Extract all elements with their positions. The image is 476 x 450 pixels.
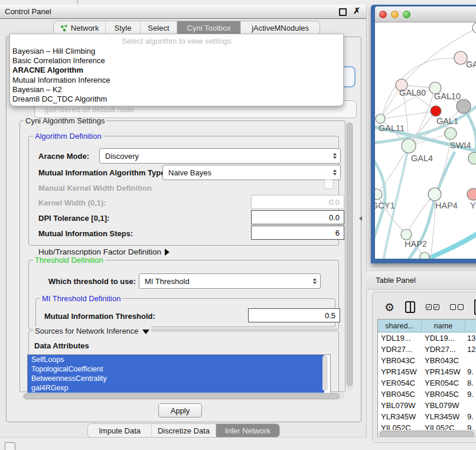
collapsed-arrow-icon [165, 249, 169, 256]
unchecked-pair-icon[interactable] [450, 304, 464, 310]
tab-cyni-toolbox[interactable]: Cyni Toolbox [177, 21, 241, 35]
control-panel-window: Control Panel ✗ NetworkStyleSelectCyni T… [0, 5, 367, 438]
table-row[interactable]: YDR27...YDR27...12 [378, 344, 476, 355]
data-attribute-item-gal4rgexp[interactable]: gal4RGexp [28, 383, 324, 393]
attributes-scrollbar[interactable] [322, 356, 328, 391]
mi-threshold-definition-title: MI Threshold Definition [40, 294, 122, 303]
network-node-gray-node[interactable] [457, 99, 471, 113]
aracne-mode-select[interactable]: Discovery [99, 148, 341, 164]
table-rows: YDL19...YDL19...13YDR27...YDR27...12YBR0… [378, 332, 476, 433]
dpi-tolerance-field[interactable]: 0.0 [251, 210, 344, 224]
table-row[interactable]: YPR145WYPR145W9. [378, 366, 476, 377]
table-cell: 9. [465, 411, 476, 422]
algorithm-option-aracne-algorithm[interactable]: ARACNE Algorithm [10, 66, 343, 75]
mi-steps-label: Mutual Information Steps: [38, 229, 133, 238]
settings-vertical-scrollbar[interactable] [346, 122, 353, 391]
checked-pair-icon[interactable]: ✓ ✓ [426, 304, 439, 310]
table-row[interactable]: YBR043CYBR043C [378, 355, 476, 366]
table-cell: YBR043C [422, 355, 465, 366]
bottom-tab-impute-data[interactable]: Impute Data [88, 424, 152, 437]
network-node-swi4[interactable] [445, 128, 457, 139]
network-node-gal-right[interactable] [454, 51, 467, 64]
close-traffic-light-icon[interactable] [379, 11, 387, 18]
which-threshold-select[interactable]: MI Threshold [139, 273, 321, 289]
data-attribute-item-betweennesscentrality[interactable]: BetweennessCentrality [28, 374, 324, 383]
columns-icon[interactable] [405, 301, 415, 313]
column-header-2[interactable] [465, 319, 476, 332]
aracne-mode-value: Discovery [105, 152, 139, 161]
table-cell [465, 400, 476, 411]
gear-icon[interactable]: ⚙ [384, 302, 395, 313]
minimize-traffic-light-icon[interactable] [391, 11, 399, 18]
zoom-traffic-light-icon[interactable] [403, 11, 410, 18]
table-row[interactable]: YBR045CYBR045C9. [378, 389, 476, 400]
algorithm-option-basic-correlation-inference[interactable]: Basic Correlation Inference [10, 56, 343, 66]
table-cell: 9. [465, 389, 476, 400]
table-horizontal-scrollbar[interactable] [379, 430, 476, 437]
network-node-gcy1[interactable] [375, 189, 382, 200]
network-canvas[interactable]: GALGAL80GAL10GAL1SWI4GAL11GAL4GCY1HAP4YH… [375, 22, 476, 259]
network-node-gal4[interactable] [402, 139, 416, 153]
bottom-tab-infer-network[interactable]: Infer Network [216, 424, 279, 437]
table-row[interactable]: YBL079WYBL079W [378, 400, 476, 411]
spinner-arrows-icon [333, 169, 337, 175]
algorithm-option-bayesian-hill-climbing[interactable]: Bayesian – Hill Climbing [10, 47, 343, 56]
data-attribute-item-topologicalcoefficient[interactable]: TopologicalCoefficient [28, 364, 324, 374]
float-window-icon[interactable] [339, 8, 347, 16]
mi-steps-field[interactable]: 6 [251, 226, 344, 240]
mi-threshold-field[interactable]: 0.5 [248, 308, 340, 322]
spinner-arrows-icon [333, 153, 337, 159]
algorithm-option-bayesian-k2[interactable]: Bayesian – K2 [10, 85, 343, 94]
sources-title-toggle[interactable]: Sources for Network Inference [33, 327, 151, 335]
spinner-arrows-icon [313, 278, 317, 284]
table-row[interactable]: YER054CYER054C8. [378, 377, 476, 389]
network-node-label-gal80: GAL80 [399, 88, 426, 97]
algorithm-option-mutual-information-inference[interactable]: Mutual Information Inference [10, 76, 343, 85]
algorithm-option-list: Bayesian – Hill ClimbingBasic Correlatio… [10, 47, 343, 104]
network-node-hap4[interactable] [428, 188, 441, 201]
network-window-titlebar [375, 6, 476, 22]
table-row[interactable]: YLR345WYLR345W9. [378, 411, 476, 422]
network-node-gal1[interactable] [431, 106, 441, 116]
column-header-shared[interactable]: shared... [378, 319, 422, 332]
algorithm-option-dream8-dc-tdc-algorithm[interactable]: Dream8 DC_TDC Algorithm [10, 94, 343, 104]
table-cell: YBL079W [378, 400, 422, 411]
settings-horizontal-scrollbar[interactable] [22, 393, 344, 400]
network-node-label-swi4: SWI4 [450, 141, 471, 150]
scrollbar-thumb[interactable] [380, 431, 474, 437]
mi-algorithm-type-select[interactable]: Naive Bayes [162, 165, 341, 180]
network-node-pink-right[interactable] [467, 188, 476, 200]
close-icon[interactable]: ✗ [353, 6, 360, 15]
network-node-partial-top[interactable] [472, 22, 476, 33]
network-node-green-right[interactable] [468, 152, 476, 164]
table-cell: YDR27... [378, 344, 422, 355]
tab-style[interactable]: Style [106, 21, 140, 35]
tab-network[interactable]: Network [54, 21, 106, 35]
bottom-tab-discretize-data[interactable]: Discretize Data [152, 424, 216, 437]
network-node-hap2[interactable] [401, 229, 412, 240]
data-attribute-item-selfloops[interactable]: SelfLoops [28, 355, 324, 364]
table-cell: YDL19... [378, 332, 422, 344]
scrollbar-thumb[interactable] [347, 123, 353, 386]
tab-jactivemnodules[interactable]: jActiveMNodules [241, 21, 319, 35]
tab-select[interactable]: Select [141, 21, 177, 35]
aracne-mode-label: Aracne Mode: [38, 152, 89, 161]
scrollbar-thumb[interactable] [24, 393, 340, 399]
network-node-label-gal11: GAL11 [379, 123, 405, 133]
manual-kernel-checkbox[interactable] [324, 180, 334, 189]
network-node-gal11[interactable] [376, 114, 385, 123]
network-view-window: GALGAL80GAL10GAL1SWI4GAL11GAL4GCY1HAP4YH… [371, 5, 476, 263]
table-row[interactable]: YDL19...YDL19...13 [378, 332, 476, 344]
apply-button[interactable]: Apply [158, 403, 202, 418]
kernel-width-field: 0.0 [251, 195, 344, 209]
checkbox-empty-icon [450, 304, 456, 310]
column-header-name[interactable]: name [422, 319, 465, 332]
splitter-collapse-arrow[interactable] [359, 216, 362, 221]
hub-section-toggle[interactable]: Hub/Transcription Factor Definition [38, 247, 169, 256]
network-node-partial-bottom[interactable] [420, 252, 429, 259]
tab-label: jActiveMNodules [252, 24, 309, 32]
minimized-panel-icon[interactable] [5, 442, 15, 450]
control-panel-title: Control Panel [5, 7, 51, 16]
mi-threshold-value: 0.5 [325, 311, 335, 320]
network-node-label-gal-right: GAL [466, 60, 476, 69]
